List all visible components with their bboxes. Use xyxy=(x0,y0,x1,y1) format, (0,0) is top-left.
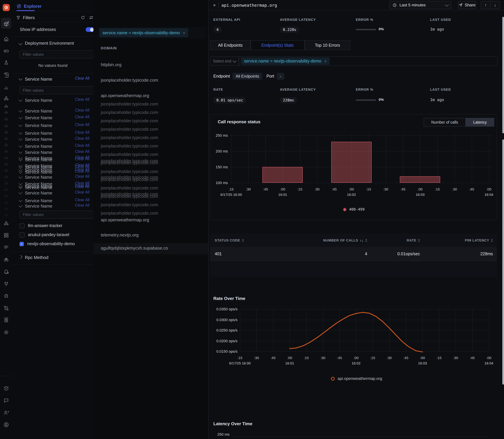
chevron-down-icon xyxy=(19,170,23,173)
app-logo[interactable] xyxy=(3,4,10,11)
checkbox-unchecked[interactable] xyxy=(20,223,25,228)
service-name-section-row: Service Name xyxy=(19,190,52,195)
domain-row[interactable]: api.openweathermap.org xyxy=(101,217,149,222)
port-value-chip[interactable]: - xyxy=(277,73,284,79)
time-range-select[interactable]: Last 5 minutes xyxy=(389,1,451,9)
domain-row[interactable]: qgulfqxbjlstxpkmycxh.supabase.co xyxy=(101,245,168,251)
chevron-down-icon xyxy=(19,175,23,179)
sidebar-item-user-circle[interactable] xyxy=(3,421,9,428)
endpoint-select-placeholder: Select endp... xyxy=(213,59,231,63)
domain-row[interactable]: httpbin.org xyxy=(101,62,122,67)
x-tick-label: :45 xyxy=(399,187,407,191)
sidebar-item-route[interactable] xyxy=(3,305,9,311)
tab-top-10-errors[interactable]: Top 10 Errors xyxy=(304,40,350,50)
deployment-filter-input[interactable]: Filter values xyxy=(20,50,94,59)
sidebar-item-gear[interactable] xyxy=(3,329,9,336)
column-header-rate[interactable]: RATE xyxy=(371,234,420,247)
domain-row-ghost: jsonplaceholder.typicode.com xyxy=(101,194,158,199)
filter-chip-text: service.name = nextjs-observability-demo xyxy=(102,30,180,35)
clock-icon xyxy=(393,3,397,7)
sidebar-item-chat[interactable] xyxy=(3,397,9,404)
service-option-llm-answer-tracker[interactable]: llm-answer-tracker xyxy=(20,223,62,228)
show-ip-toggle[interactable] xyxy=(86,27,94,32)
drawer-close-button[interactable]: × xyxy=(211,2,217,8)
filters-refresh-button[interactable] xyxy=(81,15,85,20)
sidebar-item-bar-chart[interactable] xyxy=(3,102,9,109)
service-name-section-row[interactable]: Service Name xyxy=(19,76,52,82)
sidebar-item-binoculars[interactable] xyxy=(3,256,9,263)
domain-filter-chip[interactable]: service.name = nextjs-observability-demo… xyxy=(99,28,188,37)
sidebar-item-grid[interactable] xyxy=(3,232,9,238)
sidebar-item-cubes[interactable] xyxy=(3,220,9,227)
service-name-label: Service Name xyxy=(25,198,52,203)
filters-settings-button[interactable] xyxy=(89,15,94,20)
share-button[interactable]: Share xyxy=(458,1,476,9)
sort-arrows-icon[interactable] xyxy=(418,239,420,242)
chevron-right-icon xyxy=(19,255,23,259)
sort-arrows-icon[interactable] xyxy=(242,239,244,242)
checkbox-unchecked[interactable] xyxy=(20,232,25,237)
sidebar-item-layers[interactable] xyxy=(3,385,9,392)
sidebar-item-plug[interactable] xyxy=(3,280,9,287)
toggle-number-of-calls[interactable]: Number of calls xyxy=(424,118,466,127)
sidebar-item-bell[interactable] xyxy=(3,268,9,275)
rpc-method-label: Rpc Method xyxy=(25,255,48,260)
sidebar-item-receipt[interactable] xyxy=(3,317,9,323)
clear-all-link: Clear All xyxy=(75,190,89,194)
sidebar-item-package-plus[interactable] xyxy=(3,21,9,27)
domain-row[interactable]: api.openweathermap.org xyxy=(101,93,149,98)
tab-endpoint-s-stats[interactable]: Endpoint(s) Stats xyxy=(251,40,304,50)
nav-up-button[interactable]: ↑ xyxy=(481,1,491,9)
tab-explorer[interactable]: Explorer xyxy=(16,2,42,10)
section-deployment-environment[interactable]: Deployment Environment xyxy=(19,40,74,46)
x-tick-label: :45 xyxy=(330,187,338,191)
column-header-number-of-calls[interactable]: NUMBER OF CALLS↑↓ xyxy=(300,234,367,247)
endpoint-select[interactable]: Select endp... xyxy=(210,56,239,66)
sidebar-item-list[interactable] xyxy=(3,244,9,250)
stat-mid-value: 0.01 ops/sec xyxy=(213,97,246,103)
tab-all-endpoints[interactable]: All Endpoints xyxy=(210,40,251,50)
show-ip-label: Show IP addresses xyxy=(20,27,56,32)
service-filter-input[interactable]: Filter values xyxy=(20,86,94,94)
service-filter-input-2[interactable]: Filter values xyxy=(20,211,94,219)
toggle-latency[interactable]: Latency xyxy=(466,118,494,127)
endpoint-value-chip[interactable]: All Endpoints xyxy=(233,73,262,79)
service-option-anukul-pandey-laravel[interactable]: anukul-pandey-laravel xyxy=(20,232,69,237)
stat-mid-errorbar-track xyxy=(356,99,376,101)
column-header-label: STATUS CODE xyxy=(215,238,240,242)
table-row[interactable]: 40140.01ops/sec228ms xyxy=(210,247,497,261)
y-tick-label: 250 ms xyxy=(209,432,230,436)
plug-icon xyxy=(3,281,9,286)
service-name-section-row: Service Name xyxy=(19,185,52,190)
sort-arrows-icon[interactable] xyxy=(491,239,493,242)
sidebar-item-user-plus[interactable] xyxy=(3,409,9,416)
checkbox-checked[interactable]: ✓ xyxy=(20,242,24,246)
chip-close-icon[interactable]: × xyxy=(324,59,327,63)
scrollbar-thumb-upper[interactable] xyxy=(502,17,504,133)
sidebar-item-logs[interactable] xyxy=(3,72,9,78)
column-header-p99-latency[interactable]: P99 LATENCY xyxy=(422,234,493,247)
sidebar-item-home[interactable] xyxy=(3,35,9,42)
sidebar-item-bug[interactable] xyxy=(3,292,9,299)
sidebar-item-bar-chart[interactable] xyxy=(3,84,9,91)
stat-mid-value: 1m ago xyxy=(430,98,444,102)
sort-arrows-icon[interactable] xyxy=(365,239,367,242)
port-label: Port xyxy=(266,74,274,78)
sidebar-item-compass-tool[interactable] xyxy=(3,60,9,66)
section-rpc-method[interactable]: Rpc Method xyxy=(19,255,48,260)
sidebar-item-cluster[interactable] xyxy=(3,95,9,102)
chevron-down-icon xyxy=(19,190,23,194)
bar-chart-icon xyxy=(3,103,9,108)
sidebar-item-hard-drive[interactable] xyxy=(3,47,9,54)
bar-chart-icon xyxy=(3,85,9,90)
service-option-nextjs-observability-demo[interactable]: ✓nextjs-observability-demo xyxy=(20,241,75,246)
drawer-filter-chip[interactable]: service.name = nextjs-observability-demo… xyxy=(241,57,330,65)
domain-row[interactable]: jsonplaceholder.typicode.com xyxy=(101,78,158,83)
column-header-status-code[interactable]: STATUS CODE xyxy=(215,234,282,247)
scrollbar-thumb-lower[interactable] xyxy=(502,139,504,385)
x-tick-label: :00 xyxy=(416,187,424,191)
domain-row[interactable]: telemetry.nextjs.org xyxy=(101,232,139,237)
clear-all-link[interactable]: Clear All xyxy=(75,76,89,80)
nav-down-button[interactable]: ↓ xyxy=(490,1,500,9)
chip-close-icon[interactable]: × xyxy=(183,31,185,35)
